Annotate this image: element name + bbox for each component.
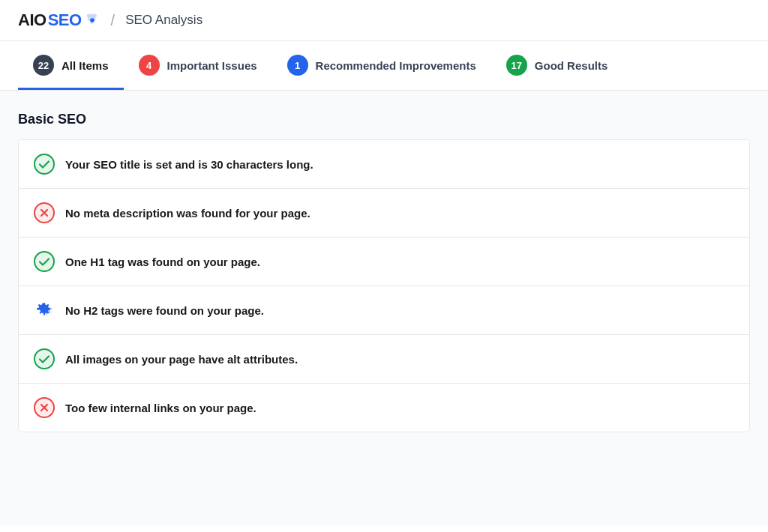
seo-items-list: Your SEO title is set and is 30 characte… <box>18 139 750 432</box>
seo-item-text-meta-desc: No meta description was found for your p… <box>65 207 310 220</box>
seo-item-text-h1-tag: One H1 tag was found on your page. <box>65 256 260 268</box>
tab-good-results[interactable]: 17Good Results <box>491 41 623 90</box>
seo-item-seo-title: Your SEO title is set and is 30 characte… <box>19 140 749 189</box>
tab-all-items[interactable]: 22All Items <box>18 41 124 90</box>
tab-label-recommended-improvements: Recommended Improvements <box>316 59 476 72</box>
seo-item-text-h2-tag: No H2 tags were found on your page. <box>65 304 264 317</box>
header-divider: / <box>111 12 116 29</box>
seo-item-meta-desc: No meta description was found for your p… <box>19 189 749 238</box>
gear-icon <box>34 300 55 321</box>
header: AIOSEO / SEO Analysis <box>0 0 768 41</box>
logo-seo-text: SEO <box>48 10 82 30</box>
tab-label-good-results: Good Results <box>535 59 608 72</box>
tab-recommended-improvements[interactable]: 1Recommended Improvements <box>272 41 491 90</box>
tab-badge-important-issues: 4 <box>139 55 160 76</box>
tab-label-all-items: All Items <box>62 59 109 72</box>
logo: AIOSEO <box>18 10 100 30</box>
seo-item-images-alt: All images on your page have alt attribu… <box>19 335 749 384</box>
seo-item-h1-tag: One H1 tag was found on your page. <box>19 238 749 286</box>
error-icon <box>34 397 55 418</box>
logo-aio-text: AIO <box>18 10 46 30</box>
logo-gear-icon <box>84 12 100 28</box>
seo-item-text-seo-title: Your SEO title is set and is 30 characte… <box>65 158 314 171</box>
tab-badge-good-results: 17 <box>506 55 527 76</box>
check-icon <box>34 348 55 369</box>
section-title: Basic SEO <box>18 112 750 127</box>
error-icon <box>34 202 55 223</box>
tabs-bar: 22All Items4Important Issues1Recommended… <box>0 41 768 91</box>
tab-badge-all-items: 22 <box>33 55 54 76</box>
seo-item-internal-links: Too few internal links on your page. <box>19 384 749 432</box>
main-content: Basic SEO Your SEO title is set and is 3… <box>0 91 768 525</box>
check-icon <box>34 251 55 272</box>
tab-badge-recommended-improvements: 1 <box>287 55 308 76</box>
tab-important-issues[interactable]: 4Important Issues <box>124 41 272 90</box>
check-icon <box>34 154 55 175</box>
header-title: SEO Analysis <box>125 13 202 28</box>
tab-label-important-issues: Important Issues <box>167 59 257 72</box>
seo-item-text-images-alt: All images on your page have alt attribu… <box>65 353 298 366</box>
seo-item-text-internal-links: Too few internal links on your page. <box>65 402 256 414</box>
seo-item-h2-tag: No H2 tags were found on your page. <box>19 286 749 335</box>
